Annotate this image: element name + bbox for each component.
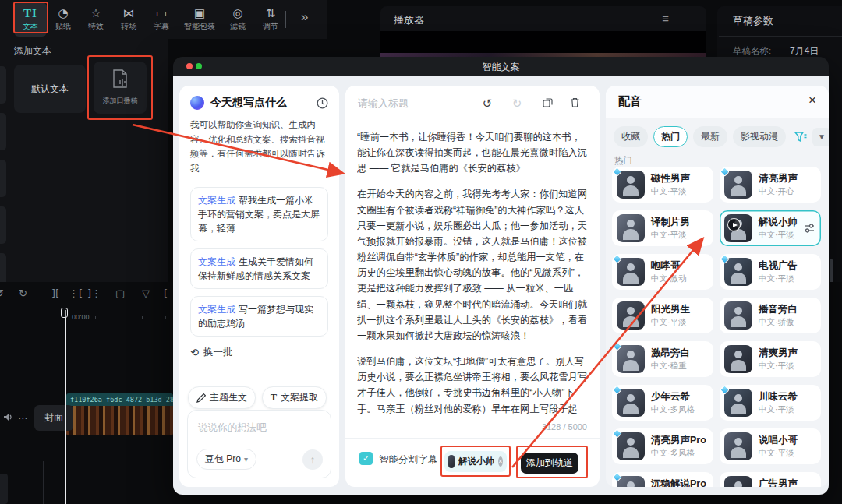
track-mute-icon[interactable] [3, 411, 13, 425]
toolbar-item-icon: ▭ [156, 7, 167, 19]
voice-card[interactable]: 译制片男 中文·平淡 [612, 210, 713, 246]
bracket-icon[interactable]: [ [164, 287, 168, 299]
playhead-handle[interactable] [61, 308, 68, 318]
mask-icon[interactable]: ▽ [142, 287, 150, 299]
voice-style: 中文·平淡 [759, 404, 794, 415]
send-button[interactable]: ↑ [302, 449, 323, 470]
topic-to-text-chip[interactable]: 主题生文 [188, 386, 256, 409]
delete-left-icon[interactable]: ⋮[ [69, 287, 83, 299]
add-to-track-button[interactable]: 添加到轨道 [521, 453, 578, 474]
toolbar-item[interactable]: ▣ 智能包装 [178, 2, 221, 37]
voice-card[interactable]: 播音旁白 中文·骄傲 [720, 298, 821, 333]
media-list-item[interactable] [0, 206, 6, 244]
voice-style: 中文·平淡 [651, 317, 687, 328]
toolbar-item-icon: ☆ [90, 7, 101, 19]
voice-avatar [724, 389, 752, 417]
voice-filter-dropdown[interactable]: ▼ [812, 128, 829, 146]
media-list-item[interactable] [0, 113, 6, 150]
toolbar-item[interactable]: ◎ 滤镜 [221, 2, 254, 37]
voice-settings-icon[interactable] [804, 223, 815, 237]
selected-voice-chip[interactable]: 解说小帅 × [444, 451, 507, 472]
voiceover-doc-icon [111, 69, 129, 91]
toolbar-item-icon: TI [23, 7, 37, 19]
crop-icon[interactable]: ▢ [115, 287, 125, 299]
copy-extract-chip[interactable]: T 文案提取 [262, 386, 327, 409]
video-clip[interactable] [66, 406, 173, 435]
dubbing-tabs: 收藏热门最新影视动漫▼ [614, 126, 829, 147]
toolbar-item-icon: ⋈ [123, 7, 135, 19]
track-more-icon[interactable]: ⋯ [18, 413, 27, 424]
history-clock-icon[interactable] [317, 97, 328, 109]
suggestion-card[interactable]: 文案生成生成关于爱情如何保持新鲜感的情感关系文案 [190, 248, 328, 289]
voice-grid: 磁性男声 中文·平淡 清亮男声 中文·开心 译制片男 中文·平淡 解说小帅 中文… [612, 167, 823, 487]
voice-card[interactable]: 沉稳解说Pro [612, 472, 713, 487]
toolbar-item[interactable]: ▭ 字幕 [145, 2, 178, 37]
refresh-suggestions-button[interactable]: ⟲ 换一批 [190, 346, 328, 359]
toolbar-item[interactable]: ☆ 特效 [80, 2, 112, 37]
redo-icon[interactable]: ↻ [19, 287, 27, 299]
toolbar-item[interactable]: ⋈ 转场 [112, 2, 145, 37]
voice-card[interactable]: 磁性男声 中文·平淡 [612, 167, 713, 203]
voice-card[interactable]: 电视广告 中文·平淡 [720, 254, 821, 290]
media-list-item[interactable] [0, 66, 6, 104]
title-input[interactable]: 请输入标题 [358, 97, 409, 111]
idea-input[interactable]: 说说你的想法吧 豆包 Pro ▾ ↑ [187, 410, 331, 478]
voice-card[interactable]: 清爽男声 中文·平淡 [720, 341, 821, 377]
default-text-card[interactable]: 默认文本 [14, 65, 86, 113]
suggestion-card[interactable]: 文案生成写一篇梦想与现实的励志鸡汤 [190, 296, 328, 337]
voice-card[interactable]: 清亮男声 中文·开心 [720, 167, 821, 203]
voice-card[interactable]: 广告男声 [720, 472, 821, 487]
voice-avatar [617, 345, 645, 373]
script-paragraph: 说到马伯庸，这位文坛“扫地僧”可太有意思了。别人写历史小说，要么正襟危坐讲帝王将… [357, 354, 588, 419]
voice-card[interactable]: 解说小帅 中文·平淡 [720, 210, 821, 246]
split-icon[interactable]: ][ [51, 287, 59, 299]
voice-name: 译制片男 [651, 216, 690, 229]
play-icon[interactable] [727, 218, 741, 231]
toolbar-item-label: 字幕 [154, 21, 169, 32]
suggestion-card[interactable]: 文案生成帮我生成一篇小米手环的营销文案，卖点是大屏幕，轻薄 [190, 187, 328, 241]
voice-card[interactable]: 川味云希 中文·平淡 [720, 385, 821, 421]
voice-avatar [617, 389, 645, 417]
close-icon[interactable]: × [808, 93, 816, 108]
toolbar-item[interactable]: TI 文本 [14, 2, 47, 37]
dubbing-title: 配音 [618, 94, 642, 109]
filter-funnel-icon[interactable] [794, 132, 807, 143]
split-captions-checkbox[interactable]: ✓ [359, 452, 373, 465]
copy-icon[interactable] [541, 97, 554, 110]
delete-right-icon[interactable]: ]⋮ [87, 287, 101, 299]
player-title: 播放器 [394, 13, 424, 27]
script-paragraph: “睡前一本书，让你睡得香！今天咱们要聊的这本书，能让你在深夜读得拍案而起，也能在… [357, 129, 588, 176]
voice-card[interactable]: 阳光男生 中文·平淡 [612, 298, 713, 333]
toolbar-item[interactable]: ⇅ 调节 [254, 2, 287, 37]
undo-icon[interactable]: ↺ [0, 287, 4, 299]
dubbing-tab[interactable]: 影视动漫 [733, 126, 786, 147]
assistant-panel: 今天想写点什么 我可以帮助你查询知识、生成内容、优化和总结文案、搜索抖音视频等，… [179, 86, 339, 487]
toolbar-more-button[interactable]: » [301, 9, 308, 25]
script-text[interactable]: “睡前一本书，让你睡得香！今天咱们要聊的这本书，能让你在深夜读得拍案而起，也能在… [357, 129, 588, 419]
toolbar-item-icon: ⇅ [266, 7, 276, 19]
media-list-item[interactable] [0, 160, 6, 197]
app-window: TI 文本 ◔ 贴纸 ☆ 特效 ⋈ 转场 ▭ 字幕 ▣ 智能包装 ◎ 滤镜 ⇅ … [0, 0, 842, 504]
char-count: 3128 / 5000 [542, 422, 587, 432]
delete-icon[interactable] [568, 97, 581, 110]
toolbar-item[interactable]: ◔ 贴纸 [47, 2, 80, 37]
redo-icon[interactable]: ↻ [511, 97, 523, 110]
voice-card[interactable]: 咆哮哥 中文·激动 [612, 254, 713, 290]
section-label: 热门 [614, 155, 632, 167]
dubbing-tab[interactable]: 热门 [653, 126, 688, 147]
model-selector[interactable]: 豆包 Pro ▾ [196, 449, 256, 470]
dubbing-tab[interactable]: 收藏 [614, 126, 648, 147]
voice-card[interactable]: 清亮男声Pro 中文·多风格 [612, 428, 713, 464]
clip-filename-label: f110f26a-f6dc-4872-b13d-28 [66, 393, 173, 406]
voice-card[interactable]: 激昂旁白 中文·稳重 [612, 341, 713, 377]
voice-card[interactable]: 说唱小哥 中文·平淡 [720, 428, 821, 464]
voice-card[interactable]: 少年云希 中文·多风格 [612, 385, 713, 421]
player-menu-icon[interactable]: ≡ [662, 12, 669, 25]
cover-button[interactable]: 封面 [34, 405, 73, 431]
add-voiceover-script-card[interactable]: 添加口播稿 [94, 62, 147, 114]
remove-voice-icon[interactable]: × [498, 456, 503, 467]
copy-extract-label: 文案提取 [281, 391, 318, 404]
dubbing-tab[interactable]: 最新 [693, 126, 727, 147]
default-text-label: 默认文本 [31, 83, 69, 96]
undo-icon[interactable]: ↺ [481, 97, 494, 110]
